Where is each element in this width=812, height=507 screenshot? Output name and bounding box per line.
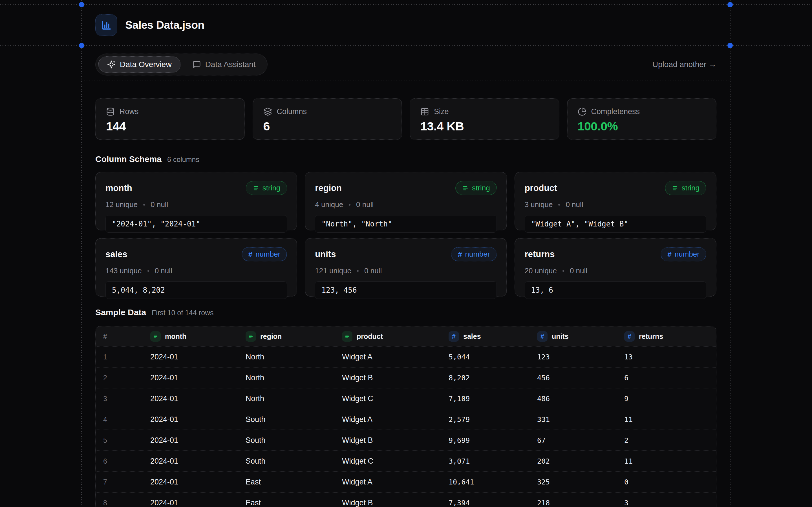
table-cell: 11 xyxy=(624,415,716,424)
table-cell: 67 xyxy=(537,436,624,445)
column-header-label: sales xyxy=(463,332,481,341)
table-row: 22024-01NorthWidget B8,2024566 xyxy=(96,367,716,388)
sample-values: 13, 6 xyxy=(525,281,706,299)
null-count: 0 null xyxy=(356,200,373,209)
column-header-sales: # sales xyxy=(449,331,537,342)
stats-grid: Rows 144 Columns 6 Size 13.4 KB xyxy=(95,98,716,140)
row-index: 3 xyxy=(103,395,150,403)
text-lines-icon xyxy=(462,185,469,191)
table-cell: 3 xyxy=(624,499,716,507)
null-count: 0 null xyxy=(151,200,168,209)
sparkles-icon xyxy=(107,60,116,69)
schema-card-month: month string 12 unique 0 null "2024-01",… xyxy=(95,172,297,230)
text-lines-icon xyxy=(253,185,259,191)
chat-bubble-icon xyxy=(193,60,201,69)
table-cell: 3,071 xyxy=(449,457,537,465)
hash-icon: # xyxy=(248,251,252,258)
schema-card-region: region string 4 unique 0 null "North", "… xyxy=(305,172,507,230)
column-name: sales xyxy=(105,249,128,260)
column-name: returns xyxy=(525,249,555,260)
guide-line-top xyxy=(0,4,812,5)
pie-chart-icon xyxy=(578,107,587,116)
stat-label: Size xyxy=(434,107,449,116)
tab-data-overview[interactable]: Data Overview xyxy=(98,56,181,73)
sample-values: "North", "North" xyxy=(315,215,497,233)
table-cell: 456 xyxy=(537,374,624,382)
table-cell: Widget A xyxy=(342,478,449,487)
table-cell: 2024-01 xyxy=(150,415,246,424)
stat-card-rows: Rows 144 xyxy=(95,98,245,140)
table-row: 52024-01SouthWidget B9,699672 xyxy=(96,430,716,450)
app-window: Sales Data.json Data Overview Data Assis… xyxy=(0,0,812,507)
column-header-label: units xyxy=(552,332,569,341)
row-index: 1 xyxy=(103,353,150,361)
table-body: 12024-01NorthWidget A5,0441231322024-01N… xyxy=(96,346,716,507)
table-cell: 2024-01 xyxy=(150,374,246,382)
table-cell: 2024-01 xyxy=(150,499,246,507)
drag-handle-bottom-right[interactable] xyxy=(727,43,733,48)
upload-another-link[interactable]: Upload another → xyxy=(652,60,716,69)
table-cell: 7,394 xyxy=(449,499,537,507)
sample-values: "Widget A", "Widget B" xyxy=(525,215,706,233)
table-row: 42024-01SouthWidget A2,57933111 xyxy=(96,409,716,430)
column-header-units: # units xyxy=(537,331,624,342)
table-cell: 486 xyxy=(537,395,624,403)
null-count: 0 null xyxy=(155,267,172,275)
type-badge-number: # number xyxy=(242,247,287,262)
type-label: string xyxy=(262,184,281,192)
column-header-label: returns xyxy=(639,332,663,341)
column-name: product xyxy=(525,183,557,193)
type-label: string xyxy=(472,184,490,192)
stat-label: Rows xyxy=(119,107,139,116)
table-cell: 2024-01 xyxy=(150,394,246,403)
table-cell: 10,641 xyxy=(449,478,537,486)
table-cell: East xyxy=(246,478,342,487)
column-header-product: product xyxy=(342,331,449,342)
dot-separator xyxy=(357,270,359,272)
table-cell: 7,109 xyxy=(449,395,537,403)
text-lines-icon xyxy=(246,331,256,342)
row-index: 7 xyxy=(103,478,150,486)
drag-handle-top-right[interactable] xyxy=(727,2,733,7)
bar-chart-icon xyxy=(95,14,117,36)
text-lines-icon xyxy=(672,185,678,191)
column-header-month: month xyxy=(150,331,246,342)
type-badge-string: string xyxy=(665,181,706,195)
unique-count: 4 unique xyxy=(315,200,343,209)
drag-handle-top-left[interactable] xyxy=(79,2,84,7)
stat-value: 13.4 KB xyxy=(420,119,549,133)
drag-handle-bottom-left[interactable] xyxy=(79,43,84,48)
stat-card-columns: Columns 6 xyxy=(253,98,402,140)
type-label: number xyxy=(255,250,280,259)
table-cell: Widget B xyxy=(342,436,449,445)
database-icon xyxy=(106,107,115,116)
table-cell: 2024-01 xyxy=(150,478,246,487)
table-cell: Widget C xyxy=(342,457,449,466)
tab-data-assistant[interactable]: Data Assistant xyxy=(184,56,265,73)
table-cell: Widget A xyxy=(342,415,449,424)
dot-separator xyxy=(143,204,145,206)
null-count: 0 null xyxy=(570,267,587,275)
sample-values: "2024-01", "2024-01" xyxy=(105,215,287,233)
column-header-index: # xyxy=(103,332,150,341)
table-cell: 0 xyxy=(624,478,716,486)
table-cell: 13 xyxy=(624,353,716,361)
toolbar: Data Overview Data Assistant Upload anot… xyxy=(95,54,716,75)
table-cell: 5,044 xyxy=(449,353,537,361)
table-cell: 202 xyxy=(537,457,624,465)
table-cell: 9,699 xyxy=(449,436,537,445)
schema-grid: month string 12 unique 0 null "2024-01",… xyxy=(95,172,716,297)
column-name: region xyxy=(315,183,342,193)
table-cell: 11 xyxy=(624,457,716,465)
null-count: 0 null xyxy=(566,200,583,209)
column-name: month xyxy=(105,183,132,193)
sample-values: 5,044, 8,202 xyxy=(105,281,287,299)
row-index: 8 xyxy=(103,499,150,507)
column-header-region: region xyxy=(246,331,342,342)
null-count: 0 null xyxy=(364,267,382,275)
dot-separator xyxy=(147,270,149,272)
column-name: units xyxy=(315,249,336,260)
table-cell: 6 xyxy=(624,374,716,382)
dot-separator xyxy=(558,204,560,206)
sample-values: 123, 456 xyxy=(315,281,497,299)
